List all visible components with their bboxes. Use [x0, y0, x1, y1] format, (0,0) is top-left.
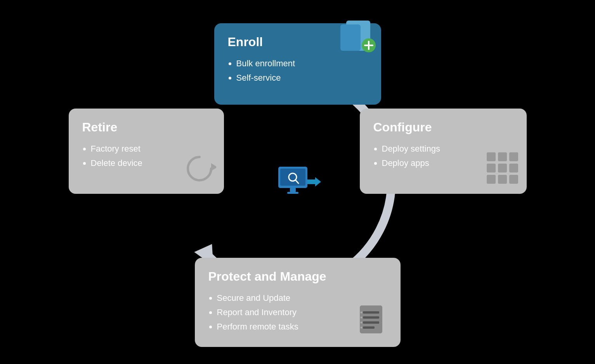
center-management-icon	[276, 165, 319, 200]
svg-rect-12	[509, 164, 518, 173]
enroll-icon	[338, 17, 377, 52]
enroll-item-2: Self-service	[236, 71, 368, 85]
enroll-card: Enroll Bulk enrollment Self-service	[214, 23, 381, 105]
diagram-container: Enroll Bulk enrollment Self-service Conf…	[65, 12, 531, 353]
svg-rect-18	[363, 316, 379, 319]
retire-icon	[183, 152, 216, 187]
svg-rect-17	[363, 311, 379, 314]
svg-rect-28	[290, 188, 296, 192]
svg-rect-19	[363, 321, 379, 324]
svg-rect-29	[287, 192, 298, 194]
enroll-list: Bulk enrollment Self-service	[228, 56, 368, 85]
svg-rect-8	[498, 152, 507, 161]
svg-point-22	[360, 316, 362, 318]
enroll-item-1: Bulk enrollment	[236, 56, 368, 71]
configure-icon	[486, 152, 519, 186]
protect-card: Protect and Manage Secure and Update Rep…	[195, 258, 401, 347]
svg-rect-16	[360, 305, 382, 333]
svg-rect-27	[280, 169, 305, 186]
svg-rect-10	[487, 164, 496, 173]
configure-card: Configure Deploy settings Deploy apps	[360, 109, 527, 194]
svg-marker-25	[211, 163, 216, 171]
svg-marker-32	[307, 177, 321, 186]
svg-rect-9	[509, 152, 518, 161]
svg-rect-11	[498, 164, 507, 173]
protect-icon	[356, 304, 391, 340]
svg-point-21	[360, 311, 362, 313]
configure-title: Configure	[373, 120, 513, 135]
svg-rect-14	[498, 175, 507, 184]
svg-rect-15	[509, 175, 518, 184]
retire-card: Retire Factory reset Delete device	[69, 109, 224, 194]
svg-rect-20	[363, 326, 375, 329]
svg-rect-3	[340, 24, 361, 51]
retire-title: Retire	[82, 120, 210, 135]
svg-rect-13	[487, 175, 496, 184]
svg-point-24	[360, 326, 362, 328]
svg-point-23	[360, 321, 362, 323]
protect-item-1: Secure and Update	[217, 291, 387, 305]
protect-title: Protect and Manage	[208, 269, 387, 284]
svg-rect-7	[487, 152, 496, 161]
